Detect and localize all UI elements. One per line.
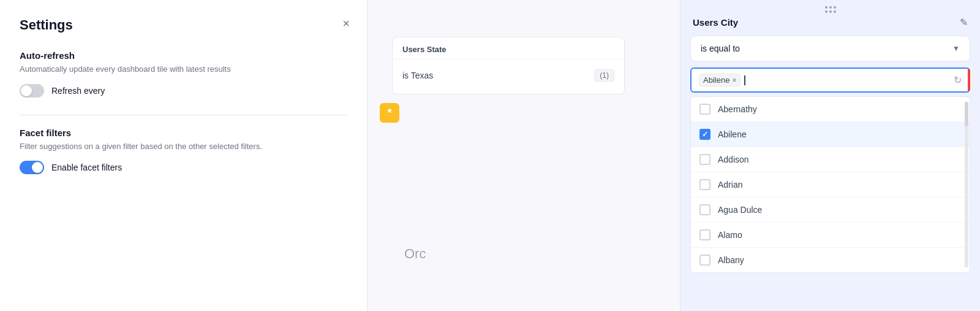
users-state-body: is Texas (1) — [393, 60, 624, 94]
abilene-tag-close[interactable]: × — [732, 76, 736, 85]
users-state-card: Users State is Texas (1) — [392, 37, 625, 94]
city-panel-header: Users City ✎ — [680, 17, 980, 36]
facet-filters-section: Facet filters Filter suggestions on a gi… — [20, 128, 347, 175]
main-content: Users State is Texas (1) * Orc — [368, 0, 680, 311]
facet-filters-toggle-row: Enable facet filters — [20, 161, 347, 174]
section-divider — [20, 115, 347, 115]
facet-filters-title: Facet filters — [20, 128, 347, 138]
drag-dot-2 — [829, 6, 832, 9]
close-button[interactable]: × — [342, 17, 350, 29]
list-item[interactable]: Agua Dulce — [691, 198, 970, 223]
drag-dots-grid — [825, 6, 836, 13]
users-state-count: (1) — [594, 69, 614, 82]
operator-dropdown[interactable]: is equal to ▼ — [690, 36, 970, 61]
text-cursor — [744, 75, 745, 85]
facet-filters-toggle-knob — [32, 162, 43, 173]
list-item[interactable]: Addison — [691, 147, 970, 172]
facet-filters-toggle[interactable] — [20, 161, 44, 174]
city-label-adrian: Adrian — [718, 180, 742, 190]
list-item[interactable]: Abilene — [691, 122, 970, 147]
checkbox-abernathy[interactable] — [699, 104, 710, 115]
city-label-alamo: Alamo — [718, 230, 742, 240]
scrollbar-track[interactable] — [965, 102, 968, 267]
asterisk-connector: * — [380, 103, 399, 123]
settings-title: Settings — [20, 17, 347, 33]
drag-dot-3 — [834, 6, 836, 9]
users-state-value-row: is Texas (1) — [402, 64, 614, 86]
checkbox-albany[interactable] — [699, 255, 710, 266]
auto-refresh-toggle-row: Refresh every — [20, 84, 347, 98]
checkbox-addison[interactable] — [699, 154, 710, 165]
facet-filters-toggle-label: Enable facet filters — [51, 163, 122, 172]
drag-dot-4 — [825, 10, 827, 13]
facet-filters-description: Filter suggestions on a given filter bas… — [20, 140, 347, 153]
abilene-tag-text: Abilene — [703, 75, 729, 85]
drag-dot-5 — [829, 10, 832, 13]
list-item[interactable]: Abernathy — [691, 97, 970, 122]
drag-dot-6 — [834, 10, 836, 13]
orc-label: Orc — [404, 246, 426, 262]
drag-handle[interactable] — [680, 0, 980, 17]
auto-refresh-description: Automatically update every dashboard til… — [20, 63, 347, 75]
city-dropdown-list: Abernathy Abilene Addison Adrian Agua Du… — [690, 96, 970, 273]
auto-refresh-section: Auto-refresh Automatically update every … — [20, 50, 347, 98]
checkbox-agua-dulce[interactable] — [699, 204, 710, 215]
city-search-input[interactable]: Abilene × ↻ — [690, 67, 970, 93]
list-item[interactable]: Alamo — [691, 223, 970, 248]
auto-refresh-title: Auto-refresh — [20, 50, 347, 61]
city-label-addison: Addison — [718, 155, 749, 164]
refresh-icon[interactable]: ↻ — [954, 74, 962, 86]
operator-label: is equal to — [701, 44, 740, 53]
settings-panel: Settings × Auto-refresh Automatically up… — [0, 0, 368, 311]
users-city-panel: Users City ✎ is equal to ▼ Abilene × ↻ A… — [680, 0, 980, 311]
list-item[interactable]: Adrian — [691, 172, 970, 198]
checkbox-adrian[interactable] — [699, 179, 710, 190]
users-state-header: Users State — [393, 37, 624, 60]
checkbox-abilene[interactable] — [699, 129, 710, 140]
scrollbar-thumb — [965, 102, 968, 126]
auto-refresh-toggle-knob — [21, 85, 32, 96]
drag-dot-1 — [825, 6, 827, 9]
list-item[interactable]: Albany — [691, 248, 970, 272]
edit-icon[interactable]: ✎ — [960, 17, 968, 28]
asterisk-symbol: * — [387, 107, 391, 120]
auto-refresh-toggle-label: Refresh every — [51, 86, 105, 96]
abilene-tag: Abilene × — [699, 74, 741, 86]
auto-refresh-toggle[interactable] — [20, 84, 44, 98]
city-label-albany: Albany — [718, 255, 744, 265]
red-indicator-bar — [968, 69, 970, 91]
city-panel-title: Users City — [693, 17, 738, 28]
dropdown-arrow-icon: ▼ — [952, 44, 960, 53]
city-label-agua-dulce: Agua Dulce — [718, 205, 762, 215]
city-label-abernathy: Abernathy — [718, 104, 757, 114]
users-state-value: is Texas — [402, 71, 433, 80]
checkbox-alamo[interactable] — [699, 229, 710, 240]
city-label-abilene: Abilene — [718, 129, 747, 139]
